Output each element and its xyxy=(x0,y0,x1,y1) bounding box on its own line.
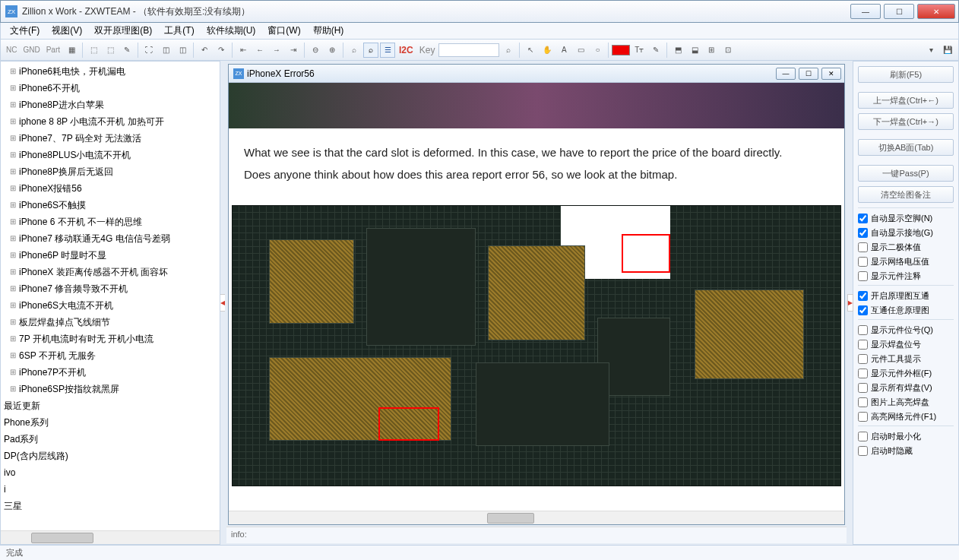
option-checkbox[interactable]: 开启原理图互通 xyxy=(858,290,954,302)
nav-next-icon[interactable]: → xyxy=(269,43,284,58)
key-button[interactable]: Key xyxy=(417,43,438,58)
tree-category[interactable]: 三星 xyxy=(1,498,220,514)
save-icon[interactable]: 💾 xyxy=(940,43,955,58)
nc-button[interactable]: NC xyxy=(4,43,19,58)
menu-item[interactable]: 帮助(H) xyxy=(307,23,350,39)
tool-icon[interactable]: ◫ xyxy=(175,43,190,58)
text-icon[interactable]: A xyxy=(556,43,571,58)
tree-item[interactable]: iPhone6S不触摸 xyxy=(1,197,220,214)
zoom-out-icon[interactable]: ⊖ xyxy=(308,43,323,58)
checkbox-input[interactable] xyxy=(858,242,868,252)
checkbox-input[interactable] xyxy=(858,397,868,407)
layer-icon[interactable]: ⬓ xyxy=(687,43,702,58)
action-button[interactable]: 切换AB面(Tab) xyxy=(858,139,954,156)
checkbox-input[interactable] xyxy=(858,369,868,378)
tree-item[interactable]: iPhone6SP按指纹就黑屏 xyxy=(1,381,220,397)
tree-item[interactable]: iPhone7 修音频导致不开机 xyxy=(1,280,220,297)
checkbox-input[interactable] xyxy=(858,383,868,393)
zoom-area-icon[interactable]: ⌕ xyxy=(347,43,362,58)
option-checkbox[interactable]: 互通任意原理图 xyxy=(858,305,954,316)
circle-icon[interactable]: ○ xyxy=(590,43,605,58)
checkbox-input[interactable] xyxy=(858,257,868,267)
action-button[interactable]: 刷新(F5) xyxy=(858,66,954,83)
checkbox-input[interactable] xyxy=(858,340,868,350)
option-checkbox[interactable]: 显示二极体值 xyxy=(858,242,954,253)
tree-category[interactable]: Pad系列 xyxy=(1,431,220,448)
splitter-right[interactable] xyxy=(848,61,853,545)
rotate-left-icon[interactable]: ↶ xyxy=(197,43,212,58)
option-checkbox[interactable]: 显示网络电压值 xyxy=(858,256,954,267)
menu-item[interactable]: 视图(V) xyxy=(46,23,88,39)
option-checkbox[interactable]: 高亮网络元件(F1) xyxy=(858,411,954,422)
tree-item[interactable]: iPhone7、7P 码全对 无法激活 xyxy=(1,130,220,147)
tree-category[interactable]: 最近更新 xyxy=(1,397,220,414)
action-button[interactable]: 一键Pass(P) xyxy=(858,165,954,182)
option-checkbox[interactable]: 启动时隐藏 xyxy=(858,445,954,457)
tree-item[interactable]: iPhone6P 时显时不显 xyxy=(1,247,220,264)
checkbox-input[interactable] xyxy=(858,432,868,441)
checkbox-input[interactable] xyxy=(858,305,868,315)
option-checkbox[interactable]: 图片上高亮焊盘 xyxy=(858,397,954,408)
option-checkbox[interactable]: 自动显示接地(G) xyxy=(858,227,954,239)
action-button[interactable]: 下一焊盘(Ctrl+→) xyxy=(858,113,954,130)
tree-item[interactable]: iPhone8P进水白苹果 xyxy=(1,96,220,113)
close-button[interactable]: ✕ xyxy=(917,4,955,19)
i2c-button[interactable]: I2C xyxy=(397,43,416,58)
action-button[interactable]: 清空绘图备注 xyxy=(858,186,954,203)
tool-icon[interactable]: ⬚ xyxy=(103,43,118,58)
tree-category[interactable]: ivo xyxy=(1,464,220,481)
tool-icon[interactable]: ✎ xyxy=(119,43,135,58)
checkbox-input[interactable] xyxy=(858,214,868,223)
layer-icon[interactable]: ⊞ xyxy=(704,43,719,58)
tree-item[interactable]: iPhone7 移动联通无4G 电信信号差弱 xyxy=(1,230,220,247)
doc-close-button[interactable]: ✕ xyxy=(821,68,841,80)
option-checkbox[interactable]: 显示所有焊盘(V) xyxy=(858,382,954,394)
rect-icon[interactable]: ▭ xyxy=(573,43,588,58)
tree-item[interactable]: iPhoneX 装距离传感器不开机 面容坏 xyxy=(1,264,220,280)
action-button[interactable]: 上一焊盘(Ctrl+←) xyxy=(858,92,954,109)
tree-item[interactable]: iPhone6不开机 xyxy=(1,80,220,96)
color-swatch[interactable] xyxy=(612,45,630,55)
tree-item[interactable]: 板层焊盘掉点飞线细节 xyxy=(1,314,220,331)
tree-category[interactable]: Phone系列 xyxy=(1,414,220,431)
nav-prev-icon[interactable]: ← xyxy=(252,43,267,58)
checkbox-input[interactable] xyxy=(858,291,868,301)
pointer-icon[interactable]: ↖ xyxy=(523,43,538,58)
tool-icon[interactable]: ◫ xyxy=(158,43,173,58)
tree-item[interactable]: iPhone 6 不开机 不一样的思维 xyxy=(1,214,220,230)
tool-icon[interactable]: ⬚ xyxy=(86,43,101,58)
nav-last-icon[interactable]: ⇥ xyxy=(286,43,301,58)
option-checkbox[interactable]: 元件工具提示 xyxy=(858,353,954,365)
option-checkbox[interactable]: 显示元件位号(Q) xyxy=(858,324,954,336)
tree-item[interactable]: 7P 开机电流时有时无 开机小电流 xyxy=(1,331,220,347)
minimize-button[interactable]: — xyxy=(850,4,881,19)
checkbox-input[interactable] xyxy=(858,412,868,422)
tree-item[interactable]: iPhone6耗电快，开机漏电 xyxy=(1,63,220,80)
tree-item[interactable]: 6SP 不开机 无服务 xyxy=(1,347,220,364)
tree-item[interactable]: iPhone8P换屏后无返回 xyxy=(1,163,220,180)
option-checkbox[interactable]: 显示焊盘位号 xyxy=(858,339,954,350)
menu-item[interactable]: 窗口(W) xyxy=(261,23,306,39)
menu-item[interactable]: 文件(F) xyxy=(4,23,46,39)
checkbox-input[interactable] xyxy=(858,325,868,335)
checkbox-input[interactable] xyxy=(858,271,868,281)
checkbox-input[interactable] xyxy=(858,354,868,364)
document-scrollbar[interactable] xyxy=(229,511,844,524)
doc-minimize-button[interactable]: — xyxy=(776,68,796,80)
horizontal-scrollbar[interactable] xyxy=(1,530,220,544)
menu-item[interactable]: 工具(T) xyxy=(158,23,200,39)
tree-category[interactable]: DP(含内层线路) xyxy=(1,448,220,464)
zoom-fit-icon[interactable]: ⌕ xyxy=(363,43,378,58)
tree-item[interactable]: iphone 8 8P 小电流不开机 加热可开 xyxy=(1,113,220,130)
rotate-right-icon[interactable]: ↷ xyxy=(214,43,229,58)
nav-first-icon[interactable]: ⇤ xyxy=(236,43,251,58)
option-checkbox[interactable]: 显示元件注释 xyxy=(858,271,954,282)
option-checkbox[interactable]: 启动时最小化 xyxy=(858,431,954,442)
checkbox-input[interactable] xyxy=(858,446,868,456)
document-body[interactable]: What we see is that the card slot is def… xyxy=(229,83,844,511)
zoom-in-icon[interactable]: ⊕ xyxy=(324,43,340,58)
list-icon[interactable]: ☰ xyxy=(380,43,395,58)
gnd-button[interactable]: GND xyxy=(21,43,42,58)
tree-item[interactable]: iPhone8PLUS小电流不开机 xyxy=(1,147,220,163)
layer-icon[interactable]: ⊡ xyxy=(720,43,736,58)
